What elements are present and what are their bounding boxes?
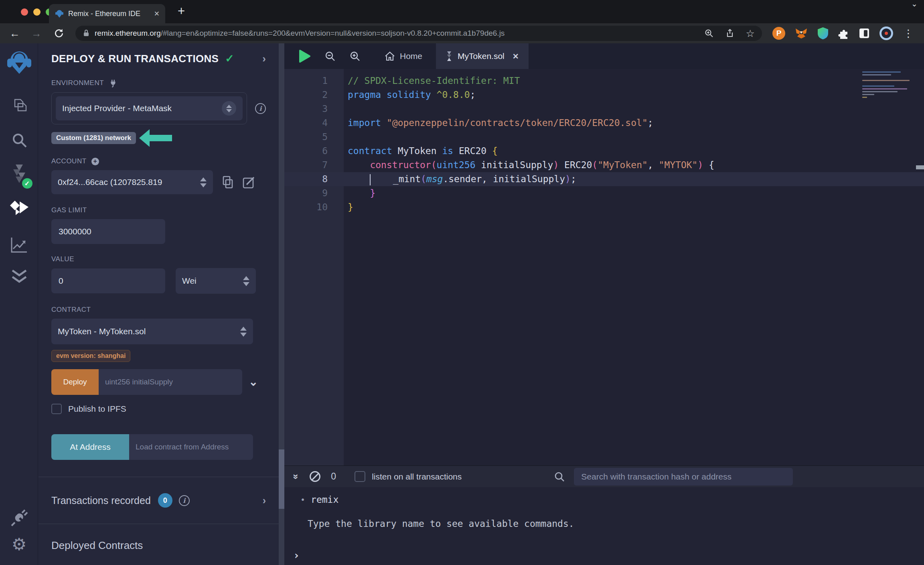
- code-line[interactable]: 1// SPDX-License-Identifier: MIT: [284, 74, 924, 88]
- terminal-entry[interactable]: • remix: [284, 487, 924, 505]
- window-minimize-button[interactable]: [33, 8, 41, 16]
- sidebar-item-analytics[interactable]: [0, 235, 38, 254]
- panel-collapse-icon[interactable]: ›: [262, 53, 266, 65]
- deploy-params-input[interactable]: [99, 369, 242, 395]
- bookmark-star-icon[interactable]: ☆: [746, 28, 755, 39]
- publish-ipfs-checkbox[interactable]: [51, 404, 62, 414]
- environment-info-icon[interactable]: i: [255, 103, 266, 114]
- settings-gear-icon[interactable]: ⚙: [0, 536, 38, 553]
- new-tab-button[interactable]: +: [178, 4, 185, 18]
- sidebar-item-solidity-compiler[interactable]: ✓: [0, 164, 38, 185]
- code-line[interactable]: 5: [284, 130, 924, 144]
- environment-select-wrapper: Injected Provider - MetaMask: [51, 92, 247, 124]
- terminal-output: • remix Type the library name to see ava…: [284, 487, 924, 565]
- code-editor[interactable]: 1// SPDX-License-Identifier: MIT2pragma …: [284, 69, 924, 465]
- reload-button[interactable]: [54, 28, 64, 39]
- chevron-right-icon[interactable]: ›: [263, 495, 266, 506]
- publish-ipfs-label: Publish to IPFS: [68, 404, 126, 414]
- sign-message-icon[interactable]: [243, 176, 255, 189]
- polkadot-extension-icon[interactable]: P: [772, 27, 785, 40]
- listen-transactions-checkbox[interactable]: [355, 471, 365, 482]
- listen-transactions-label: listen on all transactions: [372, 472, 462, 482]
- select-arrows-icon: [240, 327, 247, 337]
- forward-button[interactable]: →: [31, 27, 42, 40]
- select-arrows-icon: [243, 276, 249, 286]
- expand-params-icon[interactable]: ⌄: [249, 376, 258, 388]
- minimap[interactable]: [862, 71, 914, 112]
- value-unit: Wei: [182, 276, 239, 286]
- terminal-search-input[interactable]: [574, 468, 793, 486]
- value-unit-select[interactable]: Wei: [176, 268, 256, 294]
- panel-scrollbar-thumb[interactable]: [279, 449, 284, 509]
- browser-menu-icon[interactable]: ⋮: [903, 27, 914, 40]
- terminal: » 0 listen on all transactions • remix: [284, 465, 924, 565]
- sidebar-item-deploy-run[interactable]: [0, 200, 38, 218]
- share-icon[interactable]: [725, 28, 735, 38]
- copy-account-icon[interactable]: [222, 176, 234, 189]
- zoom-page-icon[interactable]: [704, 28, 714, 38]
- zoom-in-icon[interactable]: [349, 51, 361, 62]
- shield-extension-icon[interactable]: [817, 27, 829, 40]
- account-select[interactable]: 0xf24...66cac (1207825.819: [51, 170, 213, 194]
- code-line[interactable]: 2pragma solidity ^0.8.0;: [284, 88, 924, 102]
- window-controls[interactable]: [21, 8, 53, 16]
- home-icon: [385, 51, 395, 61]
- address-bar[interactable]: remix.ethereum.org /#lang=en&optimize=fa…: [75, 26, 762, 41]
- contract-label: CONTRACT: [51, 306, 91, 314]
- code-line[interactable]: 9 }: [284, 186, 924, 200]
- icon-rail: ✓: [0, 43, 38, 565]
- code-line[interactable]: 8 _mint(msg.sender, initialSupply);: [284, 172, 924, 186]
- code-line[interactable]: 3: [284, 102, 924, 116]
- gas-limit-label: GAS LIMIT: [51, 206, 87, 214]
- check-icon: ✓: [225, 52, 234, 65]
- sidebar-item-search[interactable]: [0, 131, 38, 149]
- at-address-button[interactable]: At Address: [51, 434, 129, 460]
- code-line[interactable]: 4import "@openzeppelin/contracts/token/E…: [284, 116, 924, 130]
- run-script-button[interactable]: [299, 50, 311, 63]
- network-badge: Custom (1281) network: [51, 132, 136, 144]
- tab-mytoken-sol[interactable]: MyToken.sol ✕: [436, 43, 529, 69]
- value-input[interactable]: [51, 268, 165, 293]
- contract-select[interactable]: MyToken - MyToken.sol: [51, 319, 253, 344]
- back-button[interactable]: ←: [10, 27, 20, 40]
- chevron-down-icon[interactable]: ⌄: [911, 0, 918, 8]
- deploy-button[interactable]: Deploy: [51, 369, 99, 395]
- transactions-info-icon[interactable]: i: [179, 495, 190, 506]
- expand-terminal-icon[interactable]: »: [290, 474, 302, 479]
- clear-console-icon[interactable]: [310, 471, 320, 482]
- profile-avatar[interactable]: [879, 26, 894, 41]
- at-address-input[interactable]: [129, 434, 253, 460]
- editor-scrollbar-thumb[interactable]: [916, 165, 924, 169]
- add-account-icon[interactable]: +: [91, 158, 99, 165]
- remix-logo[interactable]: [0, 49, 38, 78]
- editor-topbar: Home MyToken.sol ✕: [284, 43, 924, 69]
- tab-close-icon[interactable]: ✕: [154, 10, 160, 18]
- extensions-puzzle-icon[interactable]: [838, 28, 849, 39]
- line-number: 3: [284, 102, 344, 116]
- contract-value: MyToken - MyToken.sol: [58, 327, 236, 336]
- panel-scrollbar[interactable]: [279, 43, 284, 565]
- gas-limit-input[interactable]: [51, 219, 165, 244]
- sidebar-toggle-icon[interactable]: [859, 28, 869, 39]
- metamask-extension-icon[interactable]: [795, 27, 808, 40]
- line-number: 10: [284, 200, 344, 214]
- code-line[interactable]: 10}: [284, 200, 924, 214]
- sidebar-item-file-explorer[interactable]: [0, 96, 38, 115]
- search-icon: [554, 471, 565, 482]
- transactions-recorded-row[interactable]: Transactions recorded 0 i ›: [51, 477, 266, 524]
- browser-tab-strip: Remix - Ethereum IDE ✕ + ⌄: [0, 0, 924, 23]
- plugin-manager-icon[interactable]: [0, 509, 38, 527]
- environment-select[interactable]: Injected Provider - MetaMask: [56, 96, 243, 120]
- code-line[interactable]: 6contract MyToken is ERC20 {: [284, 144, 924, 158]
- tab-close-icon[interactable]: ✕: [513, 52, 519, 61]
- browser-tab[interactable]: Remix - Ethereum IDE ✕: [49, 4, 165, 23]
- window-close-button[interactable]: [21, 8, 28, 16]
- sidebar-item-unit-testing[interactable]: [0, 268, 38, 285]
- tab-home[interactable]: Home: [375, 43, 432, 69]
- plug-icon: [109, 79, 118, 87]
- zoom-out-icon[interactable]: [324, 51, 336, 62]
- select-arrows-icon: [200, 177, 207, 187]
- annotation-arrow: [139, 129, 172, 147]
- value-label: VALUE: [51, 255, 74, 263]
- code-line[interactable]: 7 constructor(uint256 initialSupply) ERC…: [284, 158, 924, 172]
